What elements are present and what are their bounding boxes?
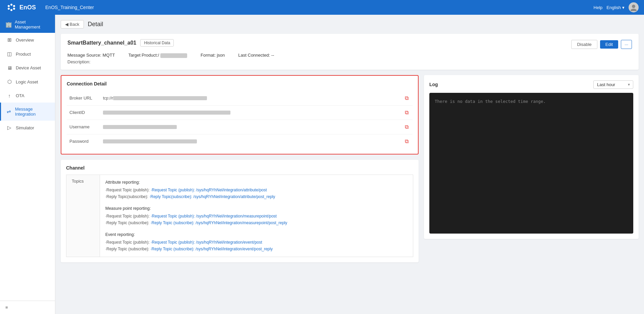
client-id-copy-button[interactable]: ⧉ <box>404 109 410 116</box>
event-request-topic: ·Request Topic (publish): ·Request Topic… <box>105 239 408 246</box>
top-bar: EnOS EnOS_Training_Center Help English ▾ <box>0 0 644 15</box>
ota-icon: ↑ <box>6 93 12 99</box>
sidebar-item-message-integration[interactable]: ⇌ Message Integration <box>0 103 55 121</box>
svg-point-3 <box>13 5 15 7</box>
topics-content: Attribute reporting: ·Request Topic (pub… <box>100 175 413 257</box>
broker-url-value: tcp://r <box>103 96 404 101</box>
channel-section-title: Channel <box>66 165 413 171</box>
left-col: Connection Detail Broker URL tcp://r ⧉ C… <box>61 75 419 262</box>
client-id-label: ClientID <box>67 105 100 120</box>
svg-point-2 <box>10 4 12 6</box>
logo: EnOS <box>5 1 36 13</box>
last-connected-item: Last Connected: -- <box>238 53 274 58</box>
time-range-select-wrap[interactable]: Last hour Last 6 hours Last 24 hours Las… <box>593 80 633 89</box>
asset-management-icon: 🏢 <box>5 21 12 28</box>
description-row: Description: <box>67 59 632 64</box>
meta-row: Message Source: MQTT Target Product:/ Fo… <box>67 53 632 58</box>
attribute-reporting-label: Attribute reporting: <box>105 179 408 186</box>
svg-point-5 <box>10 9 12 11</box>
sidebar-header: 🏢 Asset Management <box>0 15 55 33</box>
broker-url-value-row: tcp://r ⧉ <box>103 95 410 102</box>
measure-request-topic: ·Request Topic (publish): ·Request Topic… <box>105 213 408 219</box>
sidebar-item-label-ota: OTA <box>16 93 24 98</box>
broker-url-copy-button[interactable]: ⧉ <box>404 95 410 102</box>
log-title: Log <box>429 82 438 87</box>
sidebar-collapse-icon: ≡ <box>5 305 8 310</box>
channel-section: Channel Topics Attribute reporting: ·Req… <box>61 160 419 262</box>
sidebar-item-label-message-integration: Message Integration <box>15 107 50 117</box>
simulator-icon: ▷ <box>6 125 12 131</box>
svg-point-1 <box>8 5 10 7</box>
sidebar-header-label: Asset Management <box>15 19 50 29</box>
connection-detail-title: Connection Detail <box>67 81 413 86</box>
logic-asset-icon: ⬡ <box>6 79 12 85</box>
sidebar-item-logic-asset[interactable]: ⬡ Logic Asset <box>0 75 55 89</box>
channel-name: SmartBattery_channel_a01 <box>67 40 136 46</box>
event-reporting-block: Event reporting: ·Request Topic (publish… <box>105 231 408 253</box>
logo-icon <box>5 1 17 13</box>
more-button[interactable]: ··· <box>621 40 632 49</box>
user-avatar[interactable] <box>629 2 639 12</box>
sidebar-item-device-asset[interactable]: 🖥 Device Asset <box>0 61 55 75</box>
product-icon: ◫ <box>6 51 12 57</box>
edit-button[interactable]: Edit <box>600 40 618 49</box>
sidebar-footer[interactable]: ≡ <box>0 301 55 314</box>
topics-row: Topics Attribute reporting: ·Request Top… <box>66 175 413 257</box>
app-title: EnOS_Training_Center <box>45 5 94 10</box>
svg-point-4 <box>8 8 10 10</box>
username-value <box>103 125 404 129</box>
event-reporting-label: Event reporting: <box>105 231 408 238</box>
measurepoint-reporting-label: Measure point reporting: <box>105 205 408 212</box>
password-value <box>103 139 404 144</box>
topics-label: Topics <box>66 175 100 257</box>
main-content: ◀ Back Detail SmartBattery_channel_a01 H… <box>55 15 644 314</box>
two-col-layout: Connection Detail Broker URL tcp://r ⧉ C… <box>61 75 639 262</box>
svg-point-7 <box>632 5 635 8</box>
message-source-item: Message Source: MQTT <box>67 53 115 58</box>
language-selector[interactable]: English ▾ <box>606 5 625 10</box>
sidebar-nav: ⊞ Overview ◫ Product 🖥 Device Asset ⬡ Lo… <box>0 33 55 301</box>
password-row: Password ⧉ <box>67 134 413 148</box>
disable-button[interactable]: Disable <box>571 40 597 49</box>
sidebar-item-label-product: Product <box>16 52 31 57</box>
log-body: There is no data in the selected time ra… <box>429 93 633 234</box>
password-label: Password <box>67 134 100 148</box>
back-button[interactable]: ◀ Back <box>61 20 84 28</box>
logo-text: EnOS <box>19 4 36 11</box>
connection-detail-section: Connection Detail Broker URL tcp://r ⧉ C… <box>61 75 419 154</box>
channel-info-card: SmartBattery_channel_a01 Historical Data… <box>61 34 639 70</box>
log-header: Log Last hour Last 6 hours Last 24 hours… <box>429 80 633 89</box>
broker-url-row: Broker URL tcp://r ⧉ <box>67 91 413 106</box>
broker-url-label: Broker URL <box>67 91 100 106</box>
sidebar-item-simulator[interactable]: ▷ Simulator <box>0 121 55 135</box>
sidebar-item-label-device-asset: Device Asset <box>16 65 41 70</box>
log-section: Log Last hour Last 6 hours Last 24 hours… <box>424 75 639 239</box>
help-link[interactable]: Help <box>594 5 603 10</box>
device-asset-icon: 🖥 <box>6 65 12 71</box>
client-id-value <box>103 110 404 115</box>
sidebar-item-ota[interactable]: ↑ OTA <box>0 89 55 103</box>
message-integration-icon: ⇌ <box>6 109 12 115</box>
username-row: Username ⧉ <box>67 120 413 134</box>
time-range-select[interactable]: Last hour Last 6 hours Last 24 hours Las… <box>593 80 633 89</box>
sidebar-item-label-overview: Overview <box>16 38 34 43</box>
event-reply-topic: ·Reply Topic (subscribe): ·Reply Topic (… <box>105 246 408 252</box>
action-buttons: Disable Edit ··· <box>571 40 632 49</box>
sidebar-item-label-logic-asset: Logic Asset <box>16 79 38 84</box>
measurepoint-reporting-block: Measure point reporting: ·Request Topic … <box>105 205 408 227</box>
username-copy-button[interactable]: ⧉ <box>404 123 410 131</box>
avatar-icon <box>630 4 637 11</box>
sidebar-item-label-simulator: Simulator <box>16 125 34 130</box>
sidebar-item-product[interactable]: ◫ Product <box>0 47 55 61</box>
format-item: Format: json <box>201 53 225 58</box>
sidebar-item-overview[interactable]: ⊞ Overview <box>0 33 55 47</box>
password-copy-button[interactable]: ⧉ <box>404 138 410 145</box>
svg-point-8 <box>631 9 637 11</box>
topics-table: Topics Attribute reporting: ·Request Top… <box>66 175 413 257</box>
log-empty-message: There is no data in the selected time ra… <box>435 99 546 104</box>
historical-data-button[interactable]: Historical Data <box>140 39 174 47</box>
client-id-row: ClientID ⧉ <box>67 105 413 120</box>
right-col: Log Last hour Last 6 hours Last 24 hours… <box>424 75 639 262</box>
attribute-reporting-block: Attribute reporting: ·Request Topic (pub… <box>105 179 408 200</box>
username-value-row: ⧉ <box>103 123 410 131</box>
